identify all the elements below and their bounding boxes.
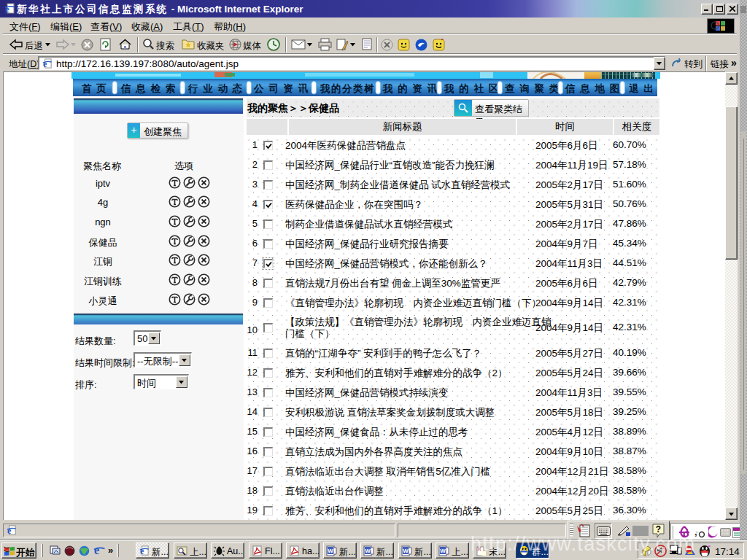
svg-text:W: W: [403, 548, 409, 554]
svg-text:W: W: [365, 548, 371, 554]
svg-text:,: ,: [696, 527, 698, 534]
svg-text:e: e: [94, 544, 99, 556]
svg-text:e: e: [5, 4, 9, 15]
svg-text:e: e: [7, 526, 12, 536]
svg-text:W: W: [440, 548, 446, 554]
svg-text:e: e: [140, 546, 144, 556]
svg-text:e: e: [43, 59, 47, 69]
svg-text:W: W: [328, 548, 333, 554]
